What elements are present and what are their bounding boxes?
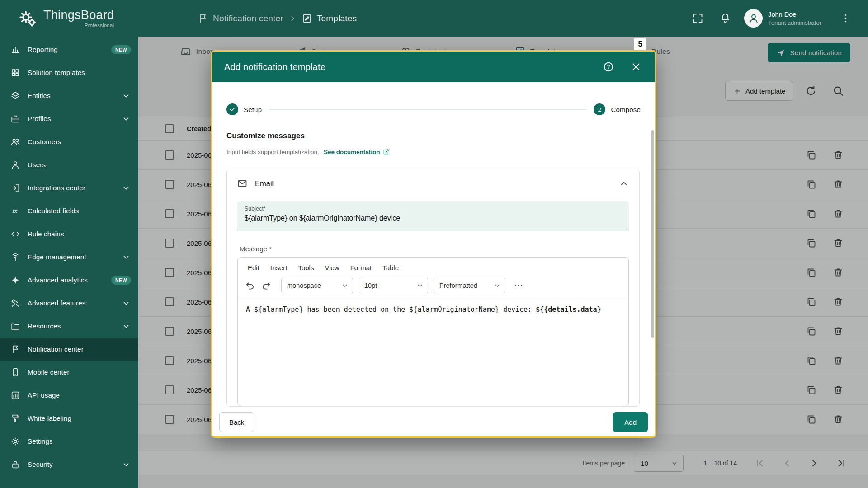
step-compose-number-circle: 2 — [594, 103, 605, 115]
font-size-value: 10pt — [364, 282, 377, 289]
block-format-value: Preformatted — [439, 282, 477, 289]
sidebar-item-label: White labeling — [28, 414, 71, 422]
add-button[interactable]: Add — [613, 412, 648, 432]
add-notification-template-dialog: Add notification template ? Setup 2 Comp… — [212, 52, 655, 436]
avatar[interactable] — [744, 9, 763, 28]
help-icon[interactable]: ? — [603, 61, 614, 73]
top-header: ThingsBoard Professional Notification ce… — [0, 0, 868, 37]
chevron-up-icon[interactable] — [618, 178, 629, 189]
step-label: Setup — [244, 106, 262, 113]
menu-table[interactable]: Table — [377, 260, 404, 275]
paint-icon — [10, 413, 20, 423]
sidebar-item-profiles[interactable]: Profiles — [0, 107, 138, 130]
chevron-down-icon — [121, 114, 131, 124]
sidebar-item-entities[interactable]: Entities — [0, 84, 138, 107]
sidebar-item-calculated-fields[interactable]: fx Calculated fields — [0, 199, 138, 222]
subject-value: ${alarmType} on ${alarmOriginatorName} d… — [245, 214, 622, 222]
chevron-down-icon — [341, 282, 349, 290]
flag-icon — [10, 344, 20, 354]
sidebar-item-label: Security — [28, 460, 53, 468]
breadcrumb-templates[interactable]: Templates — [302, 13, 357, 24]
tools-icon — [10, 298, 20, 308]
notifications-bell-icon[interactable] — [719, 12, 731, 24]
sidebar-item-label: Profiles — [28, 115, 51, 122]
thingsboard-logo-icon — [17, 8, 38, 29]
sidebar-item-label: Reporting — [28, 46, 58, 53]
sidebar-item-resources[interactable]: Resources — [0, 314, 138, 338]
menu-view[interactable]: View — [319, 260, 344, 275]
sidebar-item-label: Advanced analytics — [28, 276, 88, 284]
sidebar-item-mobile-center[interactable]: Mobile center — [0, 361, 138, 384]
redo-icon — [261, 280, 272, 291]
back-button[interactable]: Back — [219, 412, 254, 432]
font-family-select[interactable]: monospace — [281, 278, 353, 293]
annotation-badge-5: 5 — [634, 38, 646, 50]
bar-chart-icon — [10, 45, 20, 55]
sidebar-item-label: API usage — [28, 391, 60, 399]
sidebar-item-security[interactable]: Security — [0, 453, 138, 476]
sidebar-item-edge-management[interactable]: Edge management — [0, 245, 138, 268]
app-logo[interactable]: ThingsBoard Professional — [17, 0, 114, 37]
step-compose[interactable]: 2 Compose — [594, 103, 641, 115]
dialog-body: Setup 2 Compose Customize messages Input… — [212, 82, 655, 436]
font-family-value: monospace — [287, 282, 321, 289]
see-documentation-link[interactable]: See documentation — [324, 148, 390, 155]
person-icon — [10, 160, 20, 170]
hint-text: Input fields support templatization. — [226, 149, 319, 155]
chevron-down-icon — [121, 252, 131, 262]
breadcrumb-notification-center[interactable]: Notification center — [198, 13, 283, 24]
sidebar-item-rule-chains[interactable]: Rule chains — [0, 222, 138, 245]
undo-button[interactable] — [243, 279, 257, 292]
breadcrumb-page-label: Templates — [317, 14, 357, 23]
subject-input[interactable]: Subject* ${alarmType} on ${alarmOriginat… — [237, 201, 629, 231]
fullscreen-icon[interactable] — [692, 12, 704, 24]
toolbar-overflow-button[interactable] — [512, 279, 525, 292]
sidebar-item-integrations-center[interactable]: Integrations center — [0, 176, 138, 199]
kebab-menu-icon[interactable] — [840, 12, 852, 24]
user-info: John Doe Tenant administrator — [768, 11, 821, 26]
brand-subtitle: Professional — [43, 23, 114, 28]
sidebar-item-advanced-features[interactable]: Advanced features — [0, 291, 138, 314]
email-card-header[interactable]: Email — [227, 169, 639, 198]
menu-format[interactable]: Format — [345, 260, 377, 275]
editor-menubar: Edit Insert Tools View Format Table — [238, 258, 628, 275]
antenna-icon — [10, 252, 20, 262]
sidebar-item-customers[interactable]: Customers — [0, 130, 138, 153]
redo-button[interactable] — [259, 279, 273, 292]
brand-text: ThingsBoard Professional — [43, 9, 114, 28]
sidebar-item-users[interactable]: Users — [0, 153, 138, 176]
chevron-right-icon — [288, 14, 297, 23]
open-in-new-icon — [382, 148, 390, 155]
sidebar-item-label: Rule chains — [28, 230, 64, 238]
sidebar-item-solution-templates[interactable]: Solution templates — [0, 61, 138, 84]
message-content[interactable]: A ${alarmType} has been detected on the … — [238, 298, 628, 321]
menu-edit[interactable]: Edit — [242, 260, 265, 275]
chevron-down-icon — [121, 91, 131, 101]
email-icon — [237, 178, 248, 189]
sidebar-item-label: Customers — [28, 138, 61, 145]
sidebar-item-settings[interactable]: Settings — [0, 430, 138, 453]
sidebar-item-api-usage[interactable]: API usage — [0, 384, 138, 407]
sidebar-item-advanced-analytics[interactable]: Advanced analytics NEW — [0, 268, 138, 291]
sidebar-item-reporting[interactable]: Reporting NEW — [0, 38, 138, 61]
font-size-select[interactable]: 10pt — [359, 278, 428, 293]
step-setup-done-circle — [226, 103, 238, 115]
menu-insert[interactable]: Insert — [265, 260, 293, 275]
hint-row: Input fields support templatization. See… — [226, 148, 390, 155]
modal-scrollbar[interactable] — [651, 130, 654, 338]
customize-messages-title: Customize messages — [226, 131, 305, 141]
template-icon — [302, 13, 312, 24]
close-icon[interactable] — [630, 61, 642, 73]
editor-toolbar: monospace 10pt Preformatted — [238, 275, 628, 298]
person-icon — [748, 13, 760, 24]
sidebar-item-white-labeling[interactable]: White labeling — [0, 407, 138, 430]
chevron-down-icon — [493, 282, 501, 290]
step-setup[interactable]: Setup — [226, 103, 262, 115]
code-brackets-icon — [10, 229, 20, 239]
layers-icon — [10, 91, 20, 101]
sidebar-item-notification-center[interactable]: Notification center — [0, 338, 138, 361]
menu-tools[interactable]: Tools — [292, 260, 319, 275]
subject-label: Subject* — [245, 206, 622, 212]
message-text: A ${alarmType} has been detected on the … — [246, 305, 536, 314]
block-format-select[interactable]: Preformatted — [434, 278, 505, 293]
